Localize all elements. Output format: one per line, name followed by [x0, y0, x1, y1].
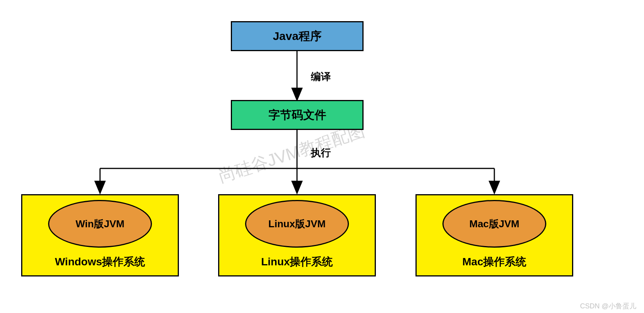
edge-execute-label: 执行: [311, 146, 331, 160]
ellipse-mac-jvm: Mac版JVM: [442, 200, 546, 248]
node-java-program: Java程序: [231, 21, 364, 51]
ellipse-mac-jvm-label: Mac版JVM: [469, 217, 519, 231]
edge-compile-label: 编译: [311, 70, 331, 83]
platform-windows: Win版JVM Windows操作系统: [21, 194, 179, 276]
os-linux-label: Linux操作系统: [261, 255, 333, 269]
node-bytecode-label: 字节码文件: [269, 107, 326, 123]
ellipse-linux-jvm-label: Linux版JVM: [269, 217, 326, 231]
platform-mac: Mac版JVM Mac操作系统: [415, 194, 573, 276]
os-mac-label: Mac操作系统: [462, 255, 526, 269]
platform-linux: Linux版JVM Linux操作系统: [218, 194, 376, 276]
ellipse-win-jvm: Win版JVM: [48, 200, 152, 248]
credit-text: CSDN @小鲁蛋儿: [580, 301, 636, 311]
node-java-program-label: Java程序: [273, 28, 322, 44]
ellipse-win-jvm-label: Win版JVM: [76, 217, 125, 231]
ellipse-linux-jvm: Linux版JVM: [245, 200, 349, 248]
os-windows-label: Windows操作系统: [55, 255, 145, 269]
node-bytecode: 字节码文件: [231, 100, 364, 130]
